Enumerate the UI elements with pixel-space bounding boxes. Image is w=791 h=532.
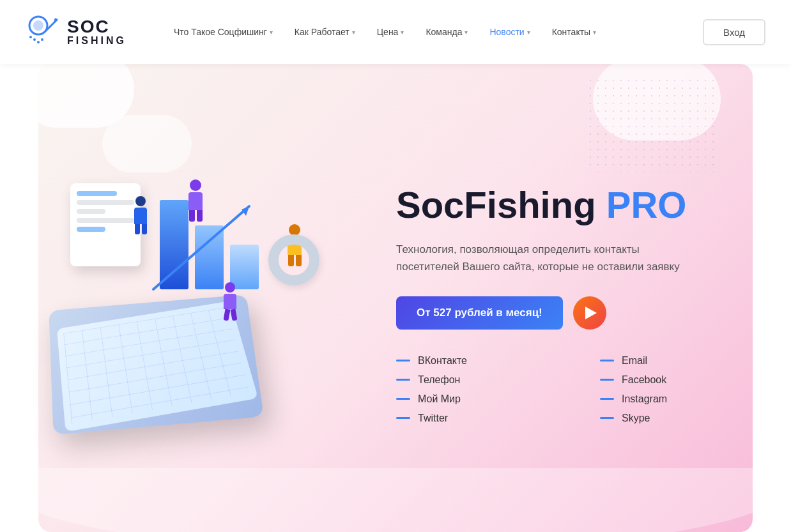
person-figure-4 (224, 282, 236, 321)
login-button[interactable]: Вход (703, 19, 765, 45)
hero-text-area: SocFishing PRO Технология, позволяющая о… (371, 172, 765, 423)
main-nav: Что Такое Соцфишинг ▾ Как Работает ▾ Цен… (166, 22, 703, 42)
chevron-down-icon: ▾ (401, 29, 404, 36)
page-wrapper: SocFishing PRO Технология, позволяющая о… (0, 64, 791, 532)
feature-moi-mir: Мой Мир (396, 393, 562, 405)
chevron-down-icon: ▾ (527, 29, 530, 36)
person-figure-2 (134, 196, 147, 234)
feature-dash-icon (600, 398, 614, 400)
feature-dash-icon (396, 360, 410, 361)
nav-item-contacts[interactable]: Контакты ▾ (544, 22, 604, 42)
nav-item-how[interactable]: Как Работает ▾ (287, 22, 363, 42)
hero-title: SocFishing PRO (396, 185, 765, 225)
svg-point-6 (41, 38, 43, 41)
svg-rect-8 (160, 200, 188, 289)
feature-dash-icon (600, 417, 614, 419)
svg-point-1 (33, 20, 43, 31)
hero-illustration (26, 132, 371, 464)
svg-point-5 (37, 41, 40, 43)
hero-subtitle: Технология, позволяющая определить конта… (396, 241, 703, 275)
svg-point-4 (33, 38, 36, 41)
feature-dash-icon (396, 379, 410, 381)
logo[interactable]: SOC FISHING (26, 13, 128, 51)
person-figure-1 (188, 179, 203, 222)
nav-item-news[interactable]: Новости ▾ (482, 22, 537, 42)
nav-item-team[interactable]: Команда ▾ (418, 22, 475, 42)
feature-email: Email (600, 355, 765, 367)
chevron-down-icon: ▾ (593, 29, 596, 36)
feature-vk: ВКонтакте (396, 355, 562, 367)
feature-dash-icon (396, 398, 410, 400)
cta-button[interactable]: От 527 рублей в месяц! (396, 296, 563, 330)
chevron-down-icon: ▾ (352, 29, 355, 36)
features-grid: ВКонтакте Email Телефон Facebook Мой Мир (396, 355, 765, 424)
header: SOC FISHING Что Такое Соцфишинг ▾ Как Ра… (0, 0, 791, 64)
feature-facebook: Facebook (600, 374, 765, 386)
donut-decoration (268, 234, 319, 285)
logo-text: SOC FISHING (67, 18, 127, 46)
feature-dash-icon (396, 417, 410, 419)
feature-twitter: Twitter (396, 413, 562, 424)
feature-phone: Телефон (396, 374, 562, 386)
nav-item-price[interactable]: Цена ▾ (369, 22, 412, 42)
svg-marker-11 (242, 206, 249, 216)
feature-instagram: Instagram (600, 393, 765, 405)
logo-icon (26, 13, 64, 51)
logo-soc-text: SOC (67, 18, 127, 36)
cta-row: От 527 рублей в месяц! (396, 296, 765, 330)
feature-skype: Skype (600, 413, 765, 424)
svg-rect-9 (195, 225, 224, 289)
svg-point-3 (29, 36, 32, 38)
logo-fishing-text: FISHING (67, 36, 127, 46)
feature-dash-icon (600, 379, 614, 381)
nav-item-what[interactable]: Что Такое Соцфишинг ▾ (166, 22, 280, 42)
content-columns: SocFishing PRO Технология, позволяющая о… (0, 64, 791, 532)
chevron-down-icon: ▾ (465, 29, 468, 36)
iso-scene (26, 132, 371, 464)
feature-dash-icon (600, 360, 614, 361)
chevron-down-icon: ▾ (270, 29, 273, 36)
play-button[interactable] (573, 296, 606, 330)
